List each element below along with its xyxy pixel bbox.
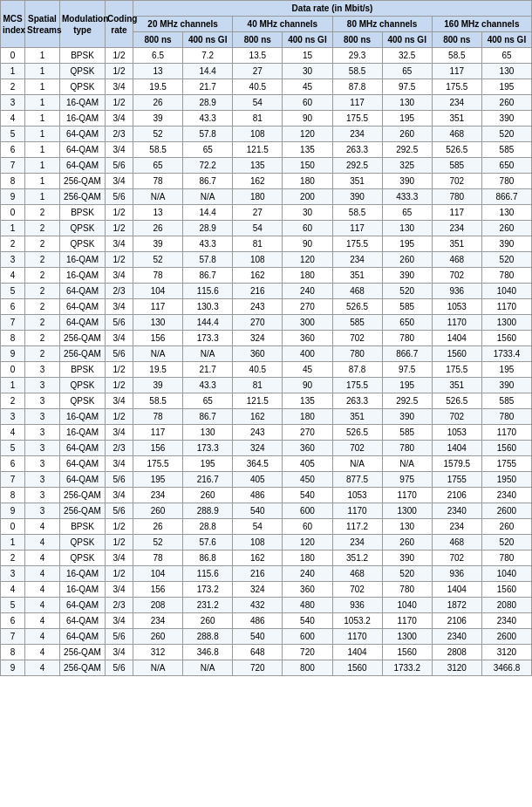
spatial-streams: 2 xyxy=(25,221,60,236)
spatial-streams: 3 xyxy=(25,441,60,456)
ch80-800ns: 390 xyxy=(332,189,382,205)
ch160-800ns: 702 xyxy=(432,174,481,189)
modulation-type: BPSK xyxy=(60,48,106,64)
ch160-400ns: 195 xyxy=(481,79,531,95)
ch20-400ns: 72.2 xyxy=(183,158,233,174)
coding-rate: 5/6 xyxy=(106,315,133,331)
ch40-800ns: 54 xyxy=(233,519,283,535)
ch40-800ns: 540 xyxy=(233,503,283,519)
ch160-400ns: 866.7 xyxy=(481,189,531,205)
ch40-800ns: 324 xyxy=(233,441,283,456)
ch80-800ns: 117 xyxy=(332,95,382,111)
modulation-type: QPSK xyxy=(60,221,106,236)
ch160-400ns: 1170 xyxy=(481,425,531,441)
table-row: 23QPSK3/458.565121.5135263.3292.5526.558… xyxy=(1,393,532,409)
modulation-type: 16-QAM xyxy=(60,566,106,582)
ch20-400ns: 260 xyxy=(183,488,233,503)
ch160-400ns: 2600 xyxy=(481,629,531,645)
ch80-800ns: 292.5 xyxy=(332,158,382,174)
header-400ns-2: 400 ns GI xyxy=(283,32,332,48)
ch160-800ns: 234 xyxy=(432,95,481,111)
ch40-800ns: 135 xyxy=(233,158,283,174)
coding-rate: 1/2 xyxy=(106,519,133,535)
table-row: 94256-QAM5/6N/AN/A72080015601733.2312034… xyxy=(1,660,532,676)
mcs-index: 8 xyxy=(1,331,25,346)
ch20-800ns: 117 xyxy=(133,425,183,441)
spatial-streams: 3 xyxy=(25,409,60,425)
coding-rate: 5/6 xyxy=(106,629,133,645)
spatial-streams: 4 xyxy=(25,660,60,676)
mcs-index: 6 xyxy=(1,142,25,158)
ch160-400ns: 780 xyxy=(481,268,531,284)
ch80-800ns: 175.5 xyxy=(332,378,382,393)
header-800ns-2: 800 ns xyxy=(233,32,283,48)
ch40-400ns: 60 xyxy=(283,519,332,535)
ch160-800ns: 468 xyxy=(432,127,481,142)
table-row: 84256-QAM3/4312346.864872014041560280831… xyxy=(1,645,532,660)
coding-rate: 5/6 xyxy=(106,189,133,205)
table-row: 5464-QAM2/3208231.2432480936104018722080 xyxy=(1,598,532,613)
ch40-800ns: 486 xyxy=(233,488,283,503)
ch40-400ns: 180 xyxy=(283,174,332,189)
ch80-800ns: 351.2 xyxy=(332,551,382,566)
ch80-400ns: 130 xyxy=(382,95,432,111)
ch80-400ns: 975 xyxy=(382,472,432,488)
ch20-800ns: N/A xyxy=(133,189,183,205)
spatial-streams: 1 xyxy=(25,64,60,79)
ch80-800ns: 702 xyxy=(332,582,382,598)
mcs-index: 6 xyxy=(1,456,25,472)
ch160-800ns: 3120 xyxy=(432,660,481,676)
coding-rate: 3/4 xyxy=(106,299,133,315)
ch40-800ns: 108 xyxy=(233,127,283,142)
ch80-400ns: 866.7 xyxy=(382,346,432,362)
mcs-index: 9 xyxy=(1,503,25,519)
modulation-type: 64-QAM xyxy=(60,142,106,158)
coding-rate: 3/4 xyxy=(106,551,133,566)
mcs-index: 6 xyxy=(1,299,25,315)
modulation-type: 64-QAM xyxy=(60,315,106,331)
ch160-400ns: 1560 xyxy=(481,441,531,456)
ch160-800ns: 2340 xyxy=(432,503,481,519)
spatial-streams: 1 xyxy=(25,95,60,111)
coding-rate: 2/3 xyxy=(106,441,133,456)
ch160-400ns: 780 xyxy=(481,409,531,425)
ch160-400ns: 2340 xyxy=(481,613,531,629)
ch40-800ns: 108 xyxy=(233,252,283,268)
modulation-type: BPSK xyxy=(60,205,106,221)
ch160-800ns: 58.5 xyxy=(432,48,481,64)
ch40-800ns: 54 xyxy=(233,221,283,236)
mcs-index: 4 xyxy=(1,111,25,127)
ch20-400ns: 21.7 xyxy=(183,362,233,378)
mcs-index: 2 xyxy=(1,236,25,252)
ch40-400ns: 30 xyxy=(283,64,332,79)
ch160-800ns: 1579.5 xyxy=(432,456,481,472)
ch160-800ns: 2106 xyxy=(432,613,481,629)
ch40-800ns: 540 xyxy=(233,629,283,645)
ch20-400ns: 43.3 xyxy=(183,378,233,393)
mcs-index: 8 xyxy=(1,488,25,503)
ch40-400ns: 720 xyxy=(283,645,332,660)
modulation-type: 256-QAM xyxy=(60,346,106,362)
ch160-800ns: 117 xyxy=(432,64,481,79)
ch80-400ns: N/A xyxy=(382,456,432,472)
ch40-400ns: 120 xyxy=(283,252,332,268)
mcs-index: 1 xyxy=(1,64,25,79)
modulation-type: BPSK xyxy=(60,362,106,378)
ch80-800ns: N/A xyxy=(332,456,382,472)
header-ch160: 160 MHz channels xyxy=(432,17,531,32)
ch160-800ns: 936 xyxy=(432,284,481,299)
ch160-400ns: 1560 xyxy=(481,331,531,346)
spatial-streams: 1 xyxy=(25,79,60,95)
ch40-400ns: 405 xyxy=(283,456,332,472)
mcs-index: 5 xyxy=(1,441,25,456)
ch80-800ns: 87.8 xyxy=(332,79,382,95)
ch80-800ns: 263.3 xyxy=(332,142,382,158)
coding-rate: 1/2 xyxy=(106,221,133,236)
ch20-800ns: 6.5 xyxy=(133,48,183,64)
spatial-streams: 4 xyxy=(25,551,60,566)
ch40-400ns: 200 xyxy=(283,189,332,205)
ch80-800ns: 87.8 xyxy=(332,362,382,378)
ch20-400ns: 57.8 xyxy=(183,252,233,268)
table-row: 4316-QAM3/4117130243270526.558510531170 xyxy=(1,425,532,441)
ch160-800ns: 468 xyxy=(432,535,481,551)
